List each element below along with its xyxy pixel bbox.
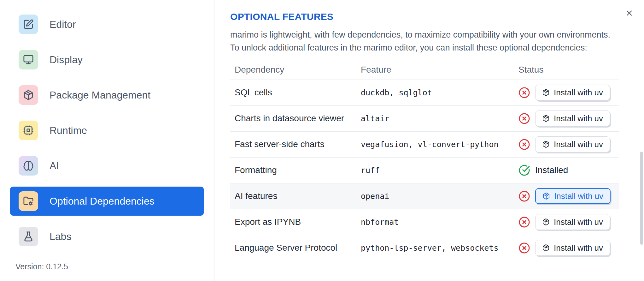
brain-icon [19, 156, 38, 176]
package-icon [542, 244, 550, 252]
circle-x-icon [518, 242, 530, 254]
folder-cog-icon [19, 191, 38, 211]
sidebar-item-label: Editor [50, 19, 76, 30]
package-icon [542, 89, 550, 96]
install-button-label: Install with uv [554, 217, 603, 227]
sidebar-item-label: Runtime [50, 125, 87, 136]
sidebar-item-ai[interactable]: AI [10, 151, 204, 180]
scrollbar-thumb[interactable] [640, 152, 643, 245]
install-button-label: Install with uv [554, 88, 603, 98]
feature-packages: duckdb, sqlglot [356, 80, 514, 105]
status-cell: Install with uv [518, 136, 619, 152]
circle-x-icon [518, 87, 530, 99]
package-icon [542, 192, 550, 200]
feature-packages: vegafusion, vl-convert-python [356, 131, 514, 157]
status-cell: Install with uv [518, 85, 619, 100]
dependency-name: Fast server-side charts [230, 131, 356, 157]
table-row: Language Server Protocol python-lsp-serv… [230, 235, 619, 261]
table-row: SQL cells duckdb, sqlglot Install with u… [230, 80, 619, 105]
dependency-name: Charts in datasource viewer [230, 105, 356, 131]
flask-icon [19, 227, 38, 246]
feature-packages: nbformat [356, 209, 514, 235]
sidebar-item-display[interactable]: Display [10, 45, 204, 74]
status-cell: Install with uv [518, 111, 619, 126]
circle-x-icon [518, 139, 530, 150]
package-icon [542, 115, 550, 122]
sidebar-item-runtime[interactable]: Runtime [10, 116, 204, 145]
sidebar-item-label: AI [50, 160, 59, 172]
status-cell: Installed [518, 164, 619, 176]
dependency-name: Language Server Protocol [230, 235, 356, 261]
install-with-uv-button[interactable]: Install with uv [535, 214, 610, 230]
description-line: To unlock additional features in the mar… [230, 41, 628, 54]
table-row: Formatting ruff Installed [230, 157, 619, 183]
table-header-row: Dependency Feature Status [230, 60, 619, 80]
square-pen-icon [19, 15, 38, 34]
column-header-status: Status [514, 60, 619, 80]
install-with-uv-button[interactable]: Install with uv [535, 85, 610, 100]
dependency-name: Formatting [230, 157, 356, 183]
sidebar-item-optional-dependencies[interactable]: Optional Dependencies [10, 187, 204, 216]
package-icon [542, 218, 550, 226]
column-header-feature: Feature [356, 60, 514, 80]
table-row: Export as IPYNB nbformat Install with uv [230, 209, 619, 235]
sidebar-item-package-management[interactable]: Package Management [10, 81, 204, 110]
settings-nav: Editor Display Package Management Runtim… [0, 0, 214, 251]
settings-dialog: Editor Display Package Management Runtim… [0, 0, 644, 281]
install-button-label: Install with uv [554, 243, 603, 253]
settings-sidebar: Editor Display Package Management Runtim… [0, 0, 214, 281]
install-with-uv-button[interactable]: Install with uv [535, 240, 610, 256]
feature-packages: openai [356, 183, 514, 209]
dependencies-table: Dependency Feature Status SQL cells duck… [230, 60, 619, 261]
package-icon [542, 140, 550, 148]
sidebar-item-label: Display [50, 54, 83, 66]
optional-features-panel: OPTIONAL FEATURES marimo is lightweight,… [214, 0, 644, 281]
column-header-dependency: Dependency [230, 60, 356, 80]
panel-title: OPTIONAL FEATURES [230, 11, 644, 22]
install-with-uv-button[interactable]: Install with uv [535, 188, 611, 204]
feature-packages: python-lsp-server, websockets [356, 235, 514, 261]
circle-check-icon [518, 164, 530, 176]
close-button[interactable] [623, 7, 635, 19]
install-button-label: Install with uv [554, 191, 603, 201]
installed-label: Installed [535, 165, 568, 175]
install-button-label: Install with uv [554, 114, 603, 123]
package-icon [19, 85, 38, 105]
sidebar-item-label: Package Management [50, 89, 150, 101]
install-button-label: Install with uv [554, 140, 603, 149]
sidebar-item-labs[interactable]: Labs [10, 222, 204, 251]
table-row: Fast server-side charts vegafusion, vl-c… [230, 131, 619, 157]
status-cell: Install with uv [518, 214, 619, 230]
status-cell: Install with uv [518, 188, 619, 204]
install-with-uv-button[interactable]: Install with uv [535, 136, 610, 152]
feature-packages: ruff [356, 157, 514, 183]
circle-x-icon [518, 216, 530, 228]
circle-x-icon [518, 113, 530, 124]
dependency-name: SQL cells [230, 80, 356, 105]
install-with-uv-button[interactable]: Install with uv [535, 111, 610, 126]
monitor-icon [19, 50, 38, 69]
cpu-icon [19, 121, 38, 140]
dependency-name: Export as IPYNB [230, 209, 356, 235]
panel-description: marimo is lightweight, with few dependen… [230, 28, 628, 54]
table-row: Charts in datasource viewer altair Insta… [230, 105, 619, 131]
version-label: Version: 0.12.5 [15, 262, 68, 271]
dependency-name: AI features [230, 183, 356, 209]
feature-packages: altair [356, 105, 514, 131]
sidebar-item-label: Labs [50, 231, 71, 242]
description-line: marimo is lightweight, with few dependen… [230, 28, 628, 41]
close-icon [625, 9, 634, 17]
status-cell: Install with uv [518, 240, 619, 256]
circle-x-icon [518, 190, 530, 202]
sidebar-item-label: Optional Dependencies [50, 195, 155, 207]
table-row: AI features openai Install with uv [230, 183, 619, 209]
sidebar-item-editor[interactable]: Editor [10, 10, 204, 39]
